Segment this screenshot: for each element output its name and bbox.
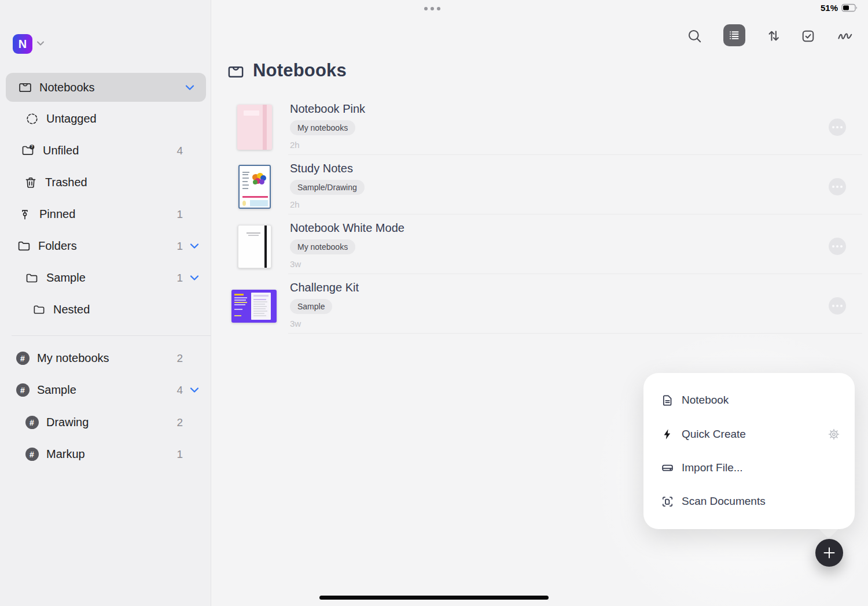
search-button[interactable] <box>683 25 705 47</box>
sort-button[interactable] <box>763 25 785 47</box>
more-options-button[interactable] <box>829 178 846 195</box>
menu-item-notebook[interactable]: Notebook <box>643 386 855 414</box>
multitasking-handle-icon[interactable] <box>424 7 440 10</box>
sidebar-tag-markup[interactable]: # Markup 1 <box>0 438 211 470</box>
select-button[interactable] <box>797 25 819 47</box>
lightning-icon <box>660 427 675 442</box>
sidebar-tag-drawing[interactable]: # Drawing 2 <box>0 407 211 438</box>
sort-icon <box>766 28 782 44</box>
sidebar-item-label: Sample <box>37 383 76 397</box>
battery-percent: 51% <box>821 3 838 13</box>
scribble-button[interactable] <box>834 25 856 47</box>
chevron-down-icon[interactable] <box>185 82 196 93</box>
more-options-button[interactable] <box>829 238 846 255</box>
notebook-title[interactable]: Notebook Pink <box>290 102 365 116</box>
menu-item-import-file[interactable]: Import File... <box>643 454 855 482</box>
trash-icon <box>23 175 38 190</box>
more-options-button[interactable] <box>829 119 846 136</box>
scan-documents-icon <box>660 494 675 509</box>
timestamp: 2h <box>290 140 300 150</box>
menu-item-label: Quick Create <box>682 428 746 441</box>
menu-item-scan-documents[interactable]: Scan Documents <box>643 487 855 515</box>
dashed-circle-icon <box>24 112 39 127</box>
notebook-title[interactable]: Challenge Kit <box>290 281 359 294</box>
battery-status: 51% <box>821 3 858 13</box>
more-options-button[interactable] <box>829 297 846 315</box>
hash-tag-icon: # <box>15 351 30 366</box>
hash-tag-icon: # <box>15 383 30 398</box>
notebook-title[interactable]: Notebook White Mode <box>290 221 404 235</box>
chevron-down-icon[interactable] <box>190 385 200 396</box>
sidebar-item-label: Untagged <box>46 112 97 125</box>
row-divider <box>288 274 862 274</box>
tag-pill[interactable]: Sample/Drawing <box>290 180 365 195</box>
menu-item-label: Import File... <box>682 461 743 474</box>
sidebar-item-notebooks[interactable]: Notebooks <box>6 73 206 102</box>
item-count: 1 <box>176 208 183 221</box>
drive-icon <box>660 460 675 475</box>
workspace-avatar[interactable]: N <box>13 34 32 54</box>
timestamp: 2h <box>290 199 300 209</box>
item-count: 1 <box>176 272 183 284</box>
chevron-down-icon[interactable] <box>190 241 200 252</box>
item-count: 1 <box>176 240 183 253</box>
app-window: 9:45 PMFri 21 Jun 51% N Notebooks <box>0 0 868 606</box>
item-count: 2 <box>176 352 183 365</box>
scribble-icon <box>836 27 854 45</box>
sidebar-item-trashed[interactable]: Trashed <box>0 167 211 198</box>
gear-icon[interactable] <box>827 427 841 441</box>
sidebar-item-label: Unfiled <box>43 144 79 157</box>
notebook-title[interactable]: Study Notes <box>290 162 353 175</box>
sidebar-item-label: Notebooks <box>39 81 95 94</box>
page-title: Notebooks <box>253 60 347 81</box>
item-count: 4 <box>176 145 183 157</box>
folder-icon <box>24 271 39 286</box>
list-view-icon <box>727 28 741 42</box>
notebook-thumbnail[interactable] <box>231 290 277 323</box>
sidebar-tag-sample[interactable]: # Sample 4 <box>0 374 211 406</box>
sidebar-item-label: Nested <box>53 303 90 316</box>
tag-pill[interactable]: My notebooks <box>290 239 355 254</box>
notebook-thumbnail[interactable] <box>238 225 271 268</box>
sidebar-item-label: Drawing <box>46 416 89 429</box>
item-count: 1 <box>176 448 183 461</box>
folder-question-icon: ? <box>21 143 36 158</box>
workspace-chevron-down-icon[interactable] <box>36 40 45 46</box>
row-divider <box>288 214 862 215</box>
view-mode-button[interactable] <box>723 24 745 46</box>
sidebar-item-label: Sample <box>46 271 86 284</box>
battery-icon <box>841 3 858 12</box>
tag-pill[interactable]: My notebooks <box>290 120 355 135</box>
sidebar-divider <box>12 335 211 336</box>
hash-tag-icon: # <box>24 447 39 462</box>
tag-pill[interactable]: Sample <box>290 299 332 314</box>
timestamp: 3w <box>290 259 301 269</box>
timestamp: 3w <box>290 319 301 328</box>
sidebar-item-folders[interactable]: Folders 1 <box>0 230 211 262</box>
sidebar-item-pinned[interactable]: Pinned 1 <box>0 198 211 230</box>
menu-item-label: Scan Documents <box>682 495 766 508</box>
menu-item-label: Notebook <box>682 394 729 407</box>
notebook-thumbnail[interactable] <box>238 165 271 209</box>
folder-icon <box>31 302 46 317</box>
chevron-down-icon[interactable] <box>190 273 200 283</box>
select-checkbox-icon <box>800 28 816 44</box>
notebook-thumbnail[interactable] <box>237 105 272 150</box>
sidebar-item-label: My notebooks <box>37 352 109 365</box>
item-count: 2 <box>176 416 183 429</box>
hash-tag-icon: # <box>24 415 39 430</box>
menu-item-quick-create[interactable]: Quick Create <box>643 420 855 448</box>
item-count: 4 <box>176 384 183 397</box>
sidebar-item-folder-nested[interactable]: Nested <box>0 294 211 326</box>
sidebar-item-label: Trashed <box>45 176 87 189</box>
add-button[interactable] <box>815 539 843 567</box>
sidebar-item-untagged[interactable]: Untagged <box>0 103 211 135</box>
svg-text:?: ? <box>31 145 33 149</box>
home-indicator[interactable] <box>319 596 549 600</box>
avatar-letter: N <box>19 38 27 51</box>
plus-icon <box>822 545 837 560</box>
sidebar-item-folder-sample[interactable]: Sample 1 <box>0 262 211 294</box>
sidebar-item-unfiled[interactable]: ? Unfiled 4 <box>0 135 211 167</box>
sidebar-tag-my-notebooks[interactable]: # My notebooks 2 <box>0 342 211 374</box>
sidebar-item-label: Folders <box>38 239 77 253</box>
